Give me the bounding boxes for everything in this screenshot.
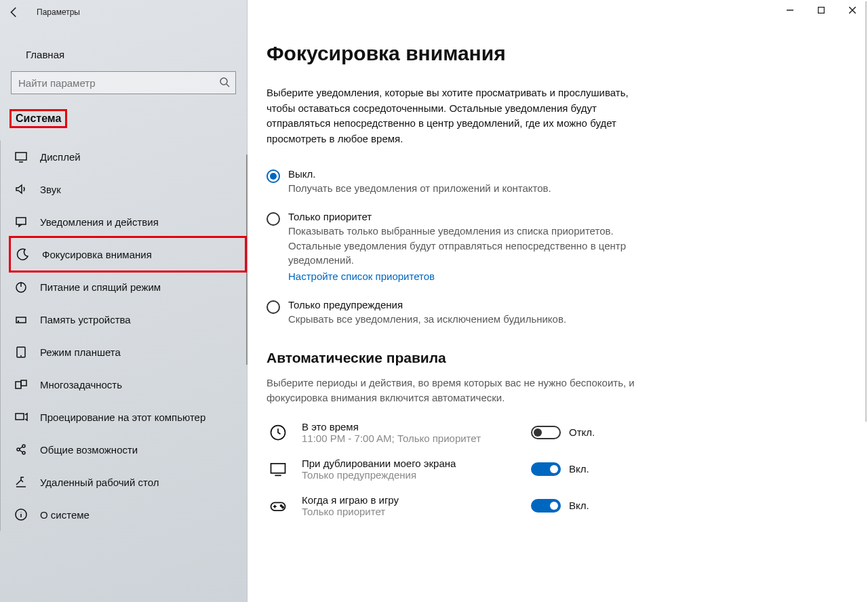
svg-rect-2 [16,153,26,160]
sidebar-item-tablet[interactable]: Режим планшета [1,336,247,368]
svg-point-18 [281,504,282,506]
rule-sub: Только приоритет [302,506,519,517]
search-field[interactable] [18,77,219,89]
sidebar-item-label: Питание и спящий режим [40,281,161,293]
svg-rect-9 [21,380,26,386]
clock-icon [267,421,290,444]
sidebar-item-label: Проецирование на этот компьютер [40,412,205,423]
rule-playing-game[interactable]: Когда я играю в игру Только приоритет Вк… [267,494,687,517]
sidebar-item-remote[interactable]: Удаленный рабочий стол [1,466,247,498]
storage-icon [14,313,28,326]
sidebar: Главная Система Дисплей Звук [0,0,248,602]
display-icon [14,150,28,163]
page-intro: Выберите уведомления, которые вы хотите … [267,85,646,146]
sidebar-item-label: Звук [40,184,61,195]
toggle-state: Вкл. [569,500,589,511]
sidebar-item-label: Память устройства [40,314,131,325]
radio-title: Выкл. [288,168,687,180]
sidebar-item-notifications[interactable]: Уведомления и действия [1,205,247,238]
radio-indicator [267,300,280,314]
svg-rect-0 [818,7,825,14]
sidebar-item-label: Режим планшета [40,346,121,358]
search-input[interactable] [11,71,236,94]
auto-rules-intro: Выберите периоды и действия, во время ко… [267,376,646,406]
rule-sub: Только предупреждения [302,469,519,481]
sidebar-category: Система [9,109,67,128]
sidebar-item-label: Дисплей [40,151,81,163]
sidebar-item-label: О системе [40,509,90,521]
svg-point-1 [220,78,227,85]
content-pane: Фокусировка внимания Выберите уведомлени… [248,0,868,602]
home-label: Главная [26,49,64,60]
window-title: Параметры [37,7,80,17]
sidebar-item-label: Удаленный рабочий стол [40,477,159,488]
moon-icon [16,247,30,261]
gamepad-icon [267,494,290,517]
radio-off[interactable]: Выкл. Получать все уведомления от прилож… [267,168,687,196]
radio-desc: Показывать только выбранные уведомления … [288,224,641,268]
minimize-button[interactable] [774,0,806,20]
home-link[interactable]: Главная [0,41,247,68]
radio-desc: Скрывать все уведомления, за исключением… [288,312,641,327]
radio-alarms-only[interactable]: Только предупреждения Скрывать все уведо… [267,299,687,327]
rule-title: В это время [302,421,519,433]
sidebar-item-projecting[interactable]: Проецирование на этот компьютер [1,401,247,433]
radio-indicator [267,212,280,226]
sidebar-item-display[interactable]: Дисплей [1,140,247,173]
svg-point-6 [18,321,19,322]
rule-duplicating-display[interactable]: При дублировании моего экрана Только пре… [267,458,687,481]
shared-icon [14,443,28,456]
rule-sub: 11:00 PM - 7:00 AM; Только приоритет [302,433,519,444]
svg-point-12 [22,445,25,447]
sidebar-item-multitask[interactable]: Многозадачность [1,368,247,401]
sidebar-item-about[interactable]: О системе [1,498,247,531]
sidebar-item-label: Уведомления и действия [40,216,159,228]
content-scrollbar[interactable] [865,1,867,422]
priority-list-link[interactable]: Настройте список приоритетов [288,270,435,282]
svg-rect-3 [16,218,26,224]
radio-priority-only[interactable]: Только приоритет Показывать только выбра… [267,211,687,284]
auto-rules-heading: Автоматические правила [267,350,687,366]
page-title: Фокусировка внимания [267,42,687,65]
sidebar-item-focus-assist[interactable]: Фокусировка внимания [9,236,247,273]
radio-desc: Получать все уведомления от приложений и… [288,181,641,196]
sidebar-item-label: Многозадачность [40,379,122,390]
radio-title: Только приоритет [288,211,687,222]
search-icon [219,77,230,89]
svg-point-13 [22,452,25,454]
sidebar-item-power[interactable]: Питание и спящий режим [1,270,247,303]
sidebar-item-storage[interactable]: Память устройства [1,303,247,336]
svg-rect-8 [16,382,21,388]
project-icon [14,410,28,424]
multitask-icon [14,378,28,391]
power-icon [14,280,28,294]
svg-point-11 [17,448,20,451]
remote-icon [14,475,28,489]
back-button[interactable] [8,6,20,18]
sidebar-item-sound[interactable]: Звук [1,173,247,205]
svg-point-19 [282,506,283,508]
rule-during-hours[interactable]: В это время 11:00 PM - 7:00 AM; Только п… [267,421,687,444]
radio-title: Только предупреждения [288,299,687,310]
toggle-state: Вкл. [569,463,589,475]
rule-title: Когда я играю в игру [302,494,519,506]
svg-rect-16 [271,463,285,473]
radio-indicator [267,169,280,183]
toggle-state: Откл. [569,426,595,438]
sidebar-item-label: Фокусировка внимания [42,249,152,260]
sidebar-item-shared[interactable]: Общие возможности [1,433,247,466]
sidebar-item-label: Общие возможности [40,444,138,456]
rule-toggle[interactable] [531,499,561,513]
maximize-button[interactable] [806,0,837,20]
monitor-icon [267,458,290,481]
sound-icon [14,182,28,196]
notifications-icon [14,215,28,228]
rule-toggle[interactable] [531,426,561,439]
svg-rect-10 [16,414,24,420]
close-button[interactable] [837,0,868,20]
rule-toggle[interactable] [531,462,561,476]
rule-title: При дублировании моего экрана [302,458,519,469]
tablet-icon [14,345,28,359]
info-icon [14,508,28,521]
